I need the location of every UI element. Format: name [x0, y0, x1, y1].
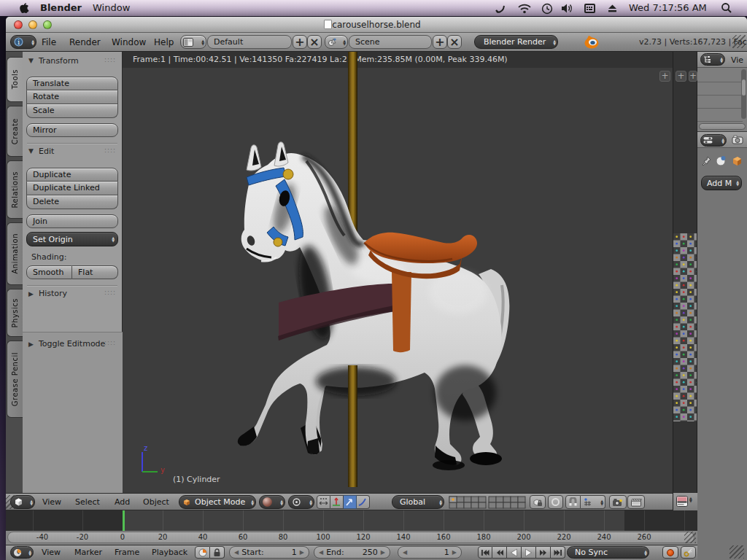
snap-element-selector[interactable]: ▲▼ [581, 495, 605, 509]
viewport-properties-expand-button[interactable]: + [659, 71, 670, 82]
menu-window[interactable]: Window [112, 37, 146, 47]
prev-keyframe-button[interactable] [492, 546, 507, 559]
uv-image-editor[interactable]: + + [673, 52, 697, 510]
screen-layout-name-field[interactable]: Default [207, 35, 292, 49]
auto-keyframe-button[interactable] [662, 546, 678, 559]
play-reverse-button[interactable] [507, 546, 522, 559]
sync-mode-selector[interactable]: No Sync ▲▼ [567, 546, 649, 559]
translate-button[interactable]: Translate [26, 77, 118, 90]
window-titlebar[interactable]: carouselhorse.blend [6, 17, 747, 33]
phone-status-icon[interactable] [495, 3, 506, 14]
properties-resize-grip[interactable] [729, 545, 744, 559]
preview-range-button[interactable] [195, 546, 210, 559]
timeline-grip[interactable] [684, 532, 696, 543]
uv-expand-button-1[interactable]: + [676, 71, 686, 82]
viewport-3d[interactable]: Frame:1 | Time:00:42.51 | Ve:141350 Fa:2… [123, 52, 673, 493]
menubar-window-menu[interactable]: Window [93, 2, 130, 14]
smooth-button[interactable]: Smooth [26, 265, 72, 279]
shelf-tab-animation[interactable]: Animation [7, 222, 23, 285]
add-scene-button[interactable]: + [433, 35, 447, 49]
input-menu-status-icon[interactable] [584, 3, 596, 14]
manipulator-rotate[interactable] [344, 495, 357, 509]
end-frame-field[interactable]: ◀ End: 250 ▶ [314, 546, 390, 559]
timeline-marker-menu[interactable]: Marker [74, 548, 102, 557]
lock-frame-range-button[interactable] [210, 546, 225, 559]
transform-panel-collapse[interactable]: ▼ [28, 57, 34, 64]
render-opengl-anim-button[interactable] [627, 495, 645, 509]
panel-grip[interactable]: :::: [104, 147, 116, 154]
uv-expand-button-2[interactable]: + [689, 71, 697, 82]
menu-file[interactable]: File [42, 37, 56, 47]
timeline-playback-menu[interactable]: Playback [152, 548, 187, 557]
current-frame-field[interactable]: ◀ 1 ▶ [398, 546, 462, 559]
manipulator-toggle[interactable] [317, 495, 330, 509]
edit-panel-collapse[interactable]: ▼ [28, 147, 34, 155]
duplicate-button[interactable]: Duplicate [26, 168, 118, 182]
render-tab-icon[interactable] [732, 134, 744, 145]
outliner-row[interactable] [697, 69, 743, 82]
start-frame-field[interactable]: ◀ Start: 1 ▶ [229, 546, 309, 559]
outliner-horizontal-scrollbar[interactable] [699, 123, 746, 130]
manipulator-scale[interactable] [357, 495, 370, 509]
scene-name-field[interactable]: Scene [349, 35, 432, 49]
editor-type-selector-timeline[interactable]: ▲▼ [10, 546, 34, 559]
delete-scene-button[interactable]: × [447, 35, 462, 49]
menu-help[interactable]: Help [154, 37, 174, 47]
screen-layout-selector[interactable]: ▲▼ [180, 35, 206, 49]
shelf-tab-relations[interactable]: Relations [7, 160, 23, 219]
shelf-tab-physics[interactable]: Physics [7, 289, 23, 337]
select-menu[interactable]: Select [75, 497, 100, 507]
editor-type-selector-info[interactable]: i ▲▼ [10, 35, 36, 49]
shelf-tab-create[interactable]: Create [7, 106, 23, 157]
outliner-row[interactable] [697, 96, 743, 109]
timeline-scrollbar[interactable]: -40 -20 0 20 40 60 80 100 120 140 160 18… [6, 531, 697, 545]
editor-type-selector-3dview[interactable]: ▲▼ [10, 495, 35, 509]
header-resize-grip[interactable] [732, 35, 746, 48]
timemachine-status-icon[interactable] [541, 3, 553, 15]
mirror-button[interactable]: Mirror [26, 123, 118, 137]
delete-layout-button[interactable]: × [307, 35, 322, 49]
shelf-tab-tools[interactable]: Tools [7, 57, 23, 102]
viewport-shading-selector[interactable]: ▲▼ [259, 495, 285, 509]
jump-to-start-button[interactable] [478, 546, 492, 559]
timeline-frame-menu[interactable]: Frame [115, 548, 139, 557]
panel-grip[interactable]: :::: [104, 56, 116, 63]
apple-logo-icon[interactable] [18, 2, 29, 14]
manipulator-translate[interactable] [330, 495, 344, 509]
mode-selector[interactable]: Object Mode ▲▼ [179, 495, 256, 509]
spotlight-icon[interactable] [721, 2, 732, 14]
layers-group-1[interactable] [449, 496, 487, 509]
timeline-track[interactable] [6, 510, 697, 531]
outliner-vertical-scrollbar[interactable] [741, 69, 746, 119]
timeline-view-menu[interactable]: View [42, 548, 61, 557]
set-origin-dropdown[interactable]: Set Origin ▲▼ [26, 232, 118, 246]
object-data-icon[interactable] [715, 155, 727, 167]
panel-grip[interactable]: :::: [104, 289, 116, 296]
outliner-row[interactable] [697, 82, 743, 96]
rotate-button[interactable]: Rotate [26, 90, 118, 104]
view-menu[interactable]: View [42, 497, 61, 507]
lock-to-scene-button[interactable] [530, 495, 546, 509]
add-menu[interactable]: Add [115, 497, 130, 507]
menubar-clock[interactable]: Wed 7:17:56 AM [629, 2, 707, 14]
jump-to-end-button[interactable] [551, 546, 565, 559]
keying-set-button[interactable] [681, 546, 696, 559]
outliner-view-menu[interactable]: Vie [731, 55, 743, 65]
add-layout-button[interactable]: + [293, 35, 307, 49]
play-button[interactable] [522, 546, 536, 559]
shelf-tab-grease-pencil[interactable]: Grease Pencil [7, 341, 23, 418]
join-button[interactable]: Join [26, 214, 118, 228]
snap-toggle-button[interactable] [565, 495, 581, 509]
pivot-point-selector[interactable]: ▲▼ [288, 495, 314, 509]
scene-selector[interactable]: ▲▼ [325, 35, 348, 49]
menu-render[interactable]: Render [69, 37, 101, 47]
history-panel-collapse[interactable]: ▶ [28, 290, 34, 298]
duplicate-linked-button[interactable]: Duplicate Linked [26, 182, 118, 195]
operator-panel-collapse[interactable]: ▶ [28, 341, 34, 348]
editor-type-selector-outliner[interactable]: ▲▼ [700, 53, 725, 66]
eject-status-icon[interactable] [607, 3, 618, 14]
proportional-edit-button[interactable] [548, 495, 563, 509]
render-opengl-button[interactable] [609, 495, 627, 509]
wifi-status-icon[interactable] [517, 4, 532, 14]
object-menu[interactable]: Object [143, 497, 169, 507]
